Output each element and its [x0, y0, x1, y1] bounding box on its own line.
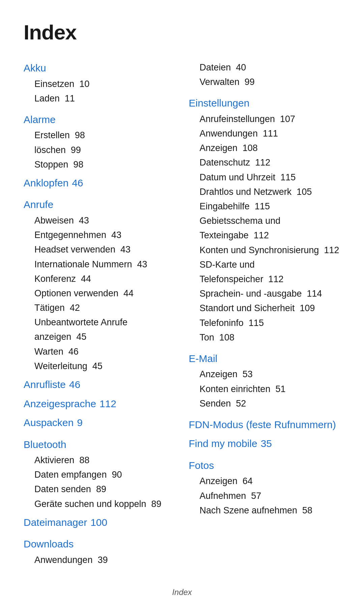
sub-item: Anwendungen 39	[24, 553, 175, 567]
sub-item: Konferenz 44	[24, 272, 175, 286]
sub-item: Anzeigen 108	[189, 141, 340, 155]
index-columns: AkkuEinsetzen 10Laden 11AlarmeErstellen …	[24, 60, 340, 567]
sub-item: Tätigen 42	[24, 301, 175, 315]
index-heading: FDN-Modus (feste Rufnummern)	[189, 417, 340, 433]
sub-item: Aufnehmen 57	[189, 489, 340, 503]
index-heading: Einstellungen	[189, 95, 340, 111]
index-heading-inline: Find my mobile35	[189, 436, 340, 452]
sub-item: Ton 108	[189, 330, 340, 345]
index-heading: Anrufe	[24, 197, 175, 213]
sub-item: Nach Szene aufnehmen 58	[189, 503, 340, 518]
sub-item: Konten einrichten 51	[189, 382, 340, 396]
left-column: AkkuEinsetzen 10Laden 11AlarmeErstellen …	[24, 60, 175, 567]
sub-item: Einsetzen 10	[24, 77, 175, 91]
sub-item: Stoppen 98	[24, 157, 175, 172]
heading-number: 9	[77, 415, 83, 431]
index-heading-inline: Anklopfen46	[24, 175, 175, 191]
heading-number: 100	[90, 515, 107, 531]
sub-item: Unbeantwortete Anrufe anzeigen 45	[24, 315, 175, 344]
sub-item: Abweisen 43	[24, 213, 175, 228]
sub-item: Internationale Nummern 43	[24, 257, 175, 272]
index-heading: E-Mail	[189, 351, 340, 367]
sub-item: Aktivieren 88	[24, 453, 175, 468]
sub-item: Laden 11	[24, 91, 175, 106]
sub-item: Sprachein- und -ausgabe 114	[189, 287, 340, 301]
heading-number: 35	[261, 436, 272, 452]
sub-item: Weiterleitung 45	[24, 359, 175, 374]
sub-item: Eingabehilfe 115	[189, 199, 340, 214]
sub-item: Telefoninfo 115	[189, 316, 340, 330]
sub-item: Warten 46	[24, 345, 175, 359]
sub-item: Anzeigen 53	[189, 367, 340, 382]
sub-item: Daten empfangen 90	[24, 468, 175, 482]
sub-item: Senden 52	[189, 396, 340, 411]
sub-item: Entgegennehmen 43	[24, 228, 175, 242]
page-title: Index	[24, 20, 340, 44]
sub-item: Anzeigen 64	[189, 474, 340, 488]
sub-item: SD-Karte und Telefonspeicher 112	[189, 258, 340, 287]
sub-item: Konten und Synchronisierung 112	[189, 243, 340, 258]
sub-item: Datenschutz 112	[189, 155, 340, 170]
index-heading: Bluetooth	[24, 437, 175, 453]
heading-text: Anrufliste	[24, 377, 66, 393]
heading-number: 46	[72, 175, 83, 191]
page-footer: Index 135	[24, 588, 340, 597]
right-column: Dateien 40Verwalten 99EinstellungenAnruf…	[189, 60, 340, 567]
sub-item: Verwalten 99	[189, 75, 340, 89]
sub-item: Gebietsschema und Texteingabe 112	[189, 214, 340, 243]
index-heading: Fotos	[189, 458, 340, 474]
sub-item: Standort und Sicherheit 109	[189, 301, 340, 316]
heading-text: Anklopfen	[24, 175, 68, 191]
heading-text: Find my mobile	[189, 436, 257, 452]
heading-number: 46	[69, 377, 80, 393]
sub-item: Datum und Uhrzeit 115	[189, 170, 340, 185]
sub-item: Drahtlos und Netzwerk 105	[189, 185, 340, 199]
sub-item: Optionen verwenden 44	[24, 286, 175, 301]
sub-item: Anrufeinstellungen 107	[189, 112, 340, 126]
sub-item: Dateien 40	[189, 60, 340, 75]
sub-item: löschen 99	[24, 143, 175, 157]
heading-number: 112	[99, 396, 116, 412]
index-heading-inline: Anzeigesprache112	[24, 396, 175, 412]
sub-item: Headset verwenden 43	[24, 242, 175, 257]
index-heading: Alarme	[24, 112, 175, 128]
footer-label: Index	[24, 588, 340, 597]
sub-item: Anwendungen 111	[189, 126, 340, 141]
index-heading: Akku	[24, 60, 175, 76]
sub-item: Geräte suchen und koppeln 89	[24, 497, 175, 511]
sub-item: Daten senden 89	[24, 482, 175, 497]
heading-text: Auspacken	[24, 415, 73, 431]
index-heading-inline: Dateimanager100	[24, 515, 175, 531]
index-heading-inline: Auspacken9	[24, 415, 175, 431]
sub-item: Erstellen 98	[24, 128, 175, 143]
index-heading-inline: Anrufliste46	[24, 377, 175, 393]
heading-text: Dateimanager	[24, 515, 87, 531]
index-heading: Downloads	[24, 536, 175, 552]
heading-text: Anzeigesprache	[24, 396, 96, 412]
